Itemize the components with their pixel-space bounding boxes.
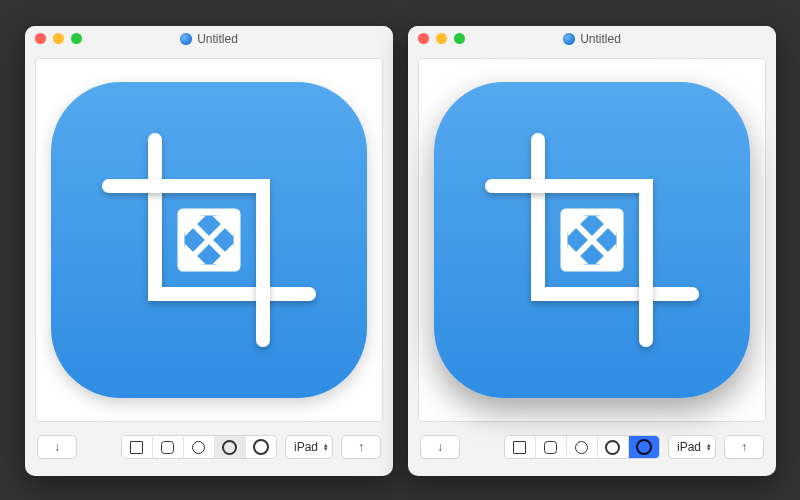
traffic-lights [35, 33, 82, 44]
arrow-down-icon: ↓ [54, 441, 60, 453]
close-button[interactable] [418, 33, 429, 44]
device-popup[interactable]: iPad ▴▾ [285, 435, 333, 459]
minimize-button[interactable] [53, 33, 64, 44]
mask-option-circle-thin[interactable] [567, 436, 598, 458]
toolbar: ↓ iPad ▴▾ ↑ [25, 426, 393, 476]
chevrons-icon: ▴▾ [324, 443, 328, 451]
circle-bold-icon [636, 439, 652, 455]
share-button[interactable]: ↑ [341, 435, 381, 459]
crop-glyph-icon [89, 120, 329, 360]
traffic-lights [418, 33, 465, 44]
minimize-button[interactable] [436, 33, 447, 44]
device-popup[interactable]: iPad ▴▾ [668, 435, 716, 459]
app-window-right: Untitled [408, 26, 776, 476]
mask-option-square-round[interactable] [153, 436, 184, 458]
app-window-left: Untitled [25, 26, 393, 476]
document-icon [180, 33, 192, 45]
device-popup-label: iPad [677, 440, 701, 454]
mask-option-circle-med[interactable] [215, 436, 246, 458]
arrow-up-icon: ↑ [741, 441, 747, 453]
titlebar[interactable]: Untitled [408, 26, 776, 52]
arrow-up-icon: ↑ [358, 441, 364, 453]
close-button[interactable] [35, 33, 46, 44]
crop-glyph-icon [472, 120, 712, 360]
mask-segmented-control[interactable] [504, 435, 660, 459]
mask-segmented-control[interactable] [121, 435, 277, 459]
zoom-button[interactable] [71, 33, 82, 44]
device-popup-label: iPad [294, 440, 318, 454]
circle-bold-icon [253, 439, 269, 455]
circle-thin-icon [192, 441, 205, 454]
square-sharp-icon [130, 441, 143, 454]
chevrons-icon: ▴▾ [707, 443, 711, 451]
mask-option-circle-bold[interactable] [246, 436, 276, 458]
canvas[interactable] [35, 58, 383, 422]
mask-option-square-sharp[interactable] [505, 436, 536, 458]
square-round-icon [544, 441, 557, 454]
canvas[interactable] [418, 58, 766, 422]
export-button[interactable]: ↓ [37, 435, 77, 459]
mask-option-square-sharp[interactable] [122, 436, 153, 458]
window-title-text: Untitled [197, 32, 238, 46]
zoom-button[interactable] [454, 33, 465, 44]
circle-med-icon [605, 440, 620, 455]
arrow-down-icon: ↓ [437, 441, 443, 453]
titlebar[interactable]: Untitled [25, 26, 393, 52]
toolbar: ↓ iPad ▴▾ ↑ [408, 426, 776, 476]
mask-option-circle-bold[interactable] [629, 436, 659, 458]
square-round-icon [161, 441, 174, 454]
icon-preview [51, 82, 367, 398]
window-title-text: Untitled [580, 32, 621, 46]
square-sharp-icon [513, 441, 526, 454]
mask-option-circle-thin[interactable] [184, 436, 215, 458]
icon-preview [434, 82, 750, 398]
share-button[interactable]: ↑ [724, 435, 764, 459]
circle-med-icon [222, 440, 237, 455]
document-icon [563, 33, 575, 45]
export-button[interactable]: ↓ [420, 435, 460, 459]
mask-option-square-round[interactable] [536, 436, 567, 458]
mask-option-circle-med[interactable] [598, 436, 629, 458]
circle-thin-icon [575, 441, 588, 454]
